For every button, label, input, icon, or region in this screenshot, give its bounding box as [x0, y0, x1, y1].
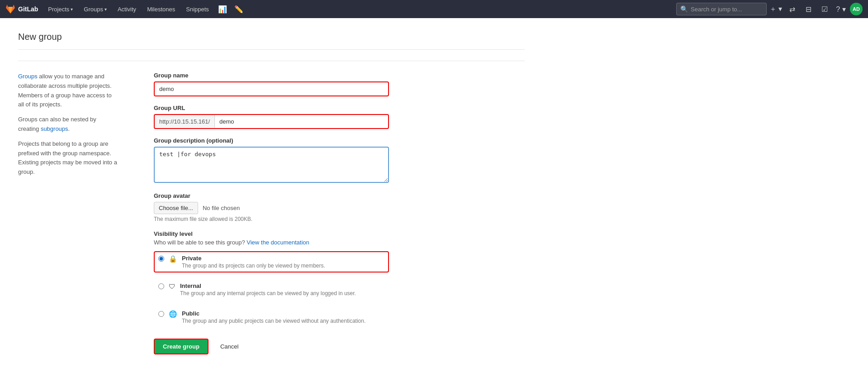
brand-logo[interactable]: GitLab	[5, 4, 38, 14]
url-group: http://10.15.15.161/	[155, 115, 388, 128]
edit-icon[interactable]: ✏️	[232, 2, 246, 16]
nav-activity[interactable]: Activity	[113, 0, 141, 18]
visibility-doc-link[interactable]: View the documentation	[247, 239, 309, 246]
group-avatar-label: Group avatar	[154, 192, 389, 199]
visibility-public-option: 🌐 Public The group and any public projec…	[154, 306, 389, 328]
file-hint: The maximum file size allowed is 200KB.	[154, 216, 389, 222]
visibility-private-radio[interactable]	[158, 256, 164, 262]
url-slug-input[interactable]	[215, 115, 388, 128]
nav-milestones[interactable]: Milestones	[142, 0, 180, 18]
divider	[18, 61, 525, 61]
nav-projects[interactable]: Projects ▾	[43, 0, 77, 18]
cancel-button[interactable]: Cancel	[214, 340, 245, 354]
visibility-internal-radio[interactable]	[158, 283, 164, 289]
group-name-label: Group name	[154, 72, 389, 79]
visibility-internal-option: 🛡 Internal The group and any internal pr…	[154, 279, 389, 300]
internal-title: Internal	[180, 282, 356, 289]
page-title: New group	[18, 32, 525, 50]
search-icon: 🔍	[680, 5, 688, 13]
group-description-label: Group description (optional)	[154, 137, 389, 144]
group-description-field: Group description (optional) test |for d…	[154, 137, 389, 184]
group-url-field: Group URL http://10.15.15.161/	[154, 105, 389, 129]
create-group-button[interactable]: Create group	[154, 339, 209, 354]
search-input[interactable]	[691, 6, 763, 13]
file-name-display: No file chosen	[203, 205, 240, 211]
choose-file-button[interactable]: Choose file...	[154, 202, 198, 214]
public-title: Public	[182, 310, 365, 317]
todo-icon[interactable]: ☑	[817, 2, 832, 16]
plus-icon[interactable]: ＋ ▾	[768, 2, 783, 16]
lock-icon: 🔒	[169, 255, 177, 263]
internal-desc: The group and any internal projects can …	[180, 290, 356, 296]
visibility-public-radio[interactable]	[158, 311, 164, 317]
file-input-row: Choose file... No file chosen	[154, 202, 389, 214]
gitlab-logo-icon	[5, 4, 15, 14]
form-area: Group name Group URL http://10.15.15.161…	[154, 72, 389, 354]
group-name-outlined	[154, 81, 389, 96]
group-name-field: Group name	[154, 72, 389, 96]
visibility-label: Visibility level	[154, 230, 389, 237]
main-content: New group Groups allow you to manage and…	[0, 18, 543, 373]
private-title: Private	[182, 255, 325, 262]
group-url-label: Group URL	[154, 105, 389, 111]
chart-icon[interactable]: 📊	[215, 2, 230, 16]
visibility-sub: Who will be able to see this group? View…	[154, 239, 389, 246]
groups-link[interactable]: Groups	[18, 73, 38, 80]
chevron-down-icon: ▾	[71, 7, 73, 12]
visibility-private-option: 🔒 Private The group and its projects can…	[154, 251, 389, 273]
public-desc: The group and any public projects can be…	[182, 318, 365, 324]
search-box: 🔍	[676, 3, 767, 15]
group-url-outlined: http://10.15.15.161/	[154, 114, 389, 129]
group-name-input[interactable]	[155, 82, 388, 96]
nav-snippets[interactable]: Snippets	[181, 0, 213, 18]
sidebar-intro: Groups allow you to manage and collabora…	[18, 72, 118, 110]
avatar[interactable]: AD	[850, 3, 863, 15]
sidebar-description: Groups allow you to manage and collabora…	[18, 72, 118, 182]
sidebar-nested: Groups can also be nested by creating su…	[18, 115, 118, 134]
button-row: Create group Cancel	[154, 339, 389, 354]
help-icon[interactable]: ? ▾	[834, 2, 848, 16]
chevron-down-icon: ▾	[104, 7, 107, 12]
issues-icon[interactable]: ⊟	[801, 2, 816, 16]
brand-name: GitLab	[18, 5, 38, 13]
group-avatar-field: Group avatar Choose file... No file chos…	[154, 192, 389, 222]
shield-icon: 🛡	[169, 282, 175, 290]
group-description-input[interactable]: test |for devops	[154, 147, 389, 183]
navbar: GitLab Projects ▾ Groups ▾ Activity Mile…	[0, 0, 868, 18]
sidebar-projects: Projects that belong to a group are pref…	[18, 139, 118, 177]
merge-request-icon[interactable]: ⇄	[785, 2, 799, 16]
visibility-section: Visibility level Who will be able to see…	[154, 230, 389, 328]
form-layout: Groups allow you to manage and collabora…	[18, 72, 525, 354]
nav-groups[interactable]: Groups ▾	[79, 0, 111, 18]
private-desc: The group and its projects can only be v…	[182, 263, 325, 269]
url-prefix: http://10.15.15.161/	[155, 115, 215, 128]
subgroups-link[interactable]: subgroups	[41, 125, 68, 132]
globe-icon: 🌐	[169, 310, 177, 318]
